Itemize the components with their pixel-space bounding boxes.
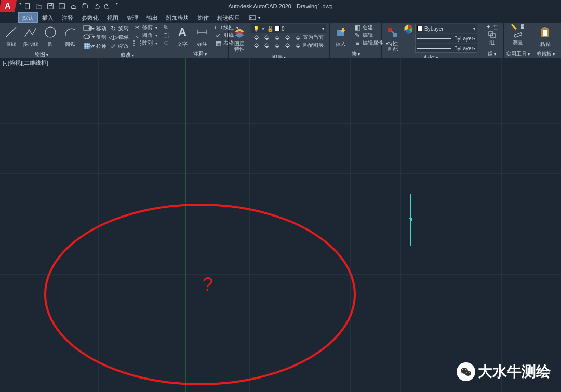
- util-icon-2[interactable]: 🖩: [518, 24, 527, 30]
- tab-featured[interactable]: 精选应用: [213, 12, 244, 23]
- stretch-icon: ⇲: [87, 43, 95, 50]
- panel-layers: 图层特性 💡 ☀ 🔓 0 ▾ ⬙ ⬙ ⬙ ⬙ ⬙置为当前: [229, 23, 330, 58]
- layer-tool-4[interactable]: ⬙: [282, 34, 292, 41]
- tab-view[interactable]: 视图: [103, 12, 123, 23]
- saveas-icon[interactable]: [57, 1, 67, 11]
- layer-tool-3[interactable]: ⬙: [272, 34, 282, 41]
- svg-point-9: [45, 27, 56, 37]
- panel-annotation: A 文字 标注 ⟷线性▾ ↙引线▾ ▦表格 注释▾: [171, 23, 229, 58]
- util-icon-1[interactable]: 📏: [509, 24, 518, 30]
- move-icon: ✥: [87, 25, 95, 32]
- rotate-button[interactable]: ↻旋转: [108, 24, 130, 33]
- measure-button[interactable]: 测量: [508, 31, 528, 47]
- fillet-icon: ◟: [133, 32, 141, 39]
- app-logo[interactable]: A: [0, 0, 17, 12]
- tab-output[interactable]: 输出: [142, 12, 162, 23]
- layer-tool-5[interactable]: ⬙: [251, 42, 261, 49]
- tab-app-extra[interactable]: ▾: [244, 12, 264, 23]
- svg-rect-27: [543, 27, 546, 29]
- move-button[interactable]: ✥移动: [86, 24, 108, 33]
- svg-point-31: [465, 369, 466, 370]
- tab-insert[interactable]: 插入: [38, 12, 58, 23]
- matchlayer-button[interactable]: ⬙匹配图层: [292, 42, 325, 49]
- explode-icon[interactable]: ⬚: [161, 32, 171, 39]
- stretch-button[interactable]: ⇲拉伸: [86, 42, 108, 50]
- linetype-selector[interactable]: ByLayer▾: [415, 44, 477, 53]
- insert-block-button[interactable]: 插入: [331, 24, 351, 48]
- new-icon[interactable]: [22, 1, 33, 11]
- leader-icon: ↙: [215, 32, 222, 39]
- dim-label: 标注: [197, 40, 207, 48]
- mirror-button[interactable]: ◁▷镜像: [108, 33, 130, 42]
- open-icon[interactable]: [34, 1, 44, 11]
- tab-addins[interactable]: 附加模块: [162, 12, 193, 23]
- cloud-icon[interactable]: [68, 1, 78, 11]
- array-icon: ⋮⋮: [133, 39, 141, 47]
- scale-button[interactable]: ⤢缩放: [108, 42, 130, 50]
- layer-tool-6[interactable]: ⬙: [261, 42, 272, 49]
- line-label: 直线: [6, 40, 16, 48]
- line-button[interactable]: 直线: [1, 24, 21, 48]
- panel-properties: 特性匹配 ByLayer ▾ ByLayer▾ ByLayer▾ 特性▾: [382, 23, 480, 58]
- tab-default[interactable]: 默认: [18, 12, 38, 23]
- array-button[interactable]: ⋮⋮阵列▾: [132, 39, 159, 47]
- panel-group-title: 组: [488, 50, 493, 58]
- layer-selector[interactable]: 💡 ☀ 🔓 0 ▾: [251, 24, 326, 33]
- svg-line-8: [6, 27, 16, 37]
- polyline-button[interactable]: 多段线: [21, 24, 41, 48]
- viewport-label[interactable]: [-][俯视][二维线框]: [3, 59, 48, 67]
- panel-block: 插入 ◧创建 ✎编辑 ≡编辑属性▾ 块▾: [330, 23, 382, 58]
- layer-tool-2[interactable]: ⬙: [261, 34, 272, 41]
- svg-rect-5: [83, 4, 86, 5]
- app-name: Autodesk AutoCAD 2020: [228, 3, 291, 9]
- svg-rect-0: [25, 4, 30, 9]
- color-selector[interactable]: ByLayer ▾: [415, 24, 477, 33]
- layer-tool-7[interactable]: ⬙: [272, 42, 282, 49]
- fillet-button[interactable]: ◟圆角▾: [132, 32, 159, 39]
- group-label: 组: [489, 39, 495, 46]
- quick-access-toolbar: ▾ ▾: [17, 1, 118, 11]
- circle-button[interactable]: 圆: [41, 24, 60, 48]
- arc-label: 圆弧: [65, 40, 75, 48]
- panel-clipboard: 粘贴 剪贴板▾: [532, 23, 558, 58]
- color-wheel-button[interactable]: [403, 24, 414, 34]
- plot-icon[interactable]: [79, 1, 90, 11]
- makecurrent-button[interactable]: ⬙置为当前: [292, 34, 325, 41]
- lineweight-selector[interactable]: ByLayer▾: [415, 34, 477, 43]
- qat-expand[interactable]: ▾: [116, 1, 118, 11]
- group-icon-2[interactable]: ⬚: [492, 24, 500, 30]
- drawing-canvas[interactable]: [-][俯视][二维线框] ? 大水牛测绘: [0, 58, 561, 392]
- panel-group: ✦ ⬚ 组 组▾: [480, 23, 504, 58]
- text-button[interactable]: A 文字: [172, 24, 192, 48]
- offset-icon[interactable]: ⊆: [161, 39, 171, 47]
- qat-menu-drop[interactable]: ▾: [19, 1, 21, 11]
- copy-button[interactable]: ❐复制: [86, 33, 108, 42]
- paste-button[interactable]: 粘贴: [536, 24, 555, 48]
- dimension-button[interactable]: 标注: [192, 24, 212, 48]
- match-properties-button[interactable]: 特性匹配: [383, 24, 403, 52]
- lock-icon: 🔓: [267, 26, 273, 32]
- redo-icon[interactable]: [102, 1, 113, 11]
- erase-icon[interactable]: ✎: [161, 24, 171, 31]
- matchprop-label: 特性匹配: [388, 40, 398, 52]
- svg-point-33: [469, 372, 470, 373]
- undo-icon[interactable]: [91, 1, 101, 11]
- layer-properties-button[interactable]: 图层特性: [230, 24, 249, 52]
- svg-rect-26: [543, 30, 547, 36]
- layer-color-swatch: [275, 26, 280, 31]
- group-button[interactable]: 组: [482, 31, 502, 47]
- titlebar: A ▾ ▾ Autodesk AutoCAD 2020 Drawing1.dwg: [0, 0, 561, 12]
- tab-annotate[interactable]: 注释: [58, 12, 77, 23]
- arc-button[interactable]: 圆弧: [60, 24, 80, 48]
- tab-collab[interactable]: 协作: [193, 12, 213, 23]
- group-icon-1[interactable]: ✦: [485, 24, 492, 30]
- save-icon[interactable]: [45, 1, 56, 11]
- file-name: Drawing1.dwg: [297, 3, 333, 9]
- layer-tool-8[interactable]: ⬙: [282, 42, 292, 49]
- layer-tool-1[interactable]: ⬙: [251, 34, 261, 41]
- panel-annot-title: 注释: [193, 50, 204, 58]
- tab-manage[interactable]: 管理: [123, 12, 142, 23]
- trim-button[interactable]: ✂修剪▾: [132, 24, 159, 31]
- tab-parametric[interactable]: 参数化: [77, 12, 103, 23]
- sun-icon: ☀: [261, 26, 265, 32]
